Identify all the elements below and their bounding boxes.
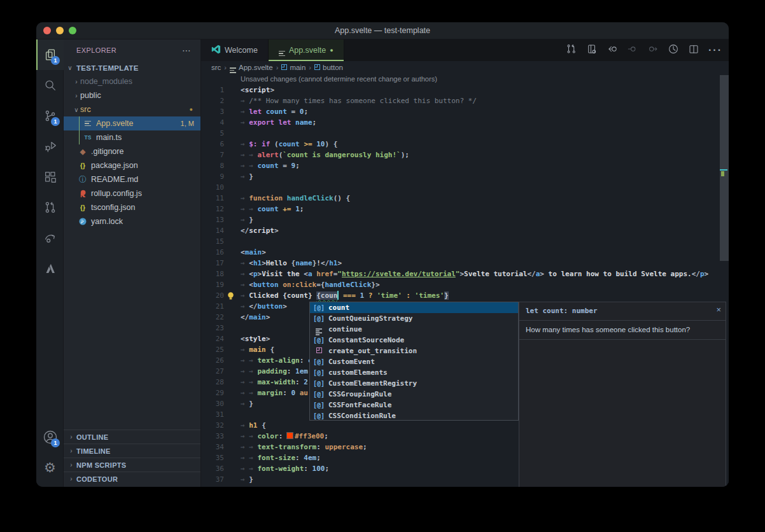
line-number: 24 bbox=[201, 333, 224, 344]
activitybar-item-source-control[interactable]: 1 bbox=[36, 101, 64, 131]
breadcrumb-item-button[interactable]: button bbox=[314, 64, 343, 71]
tree-item-README.md[interactable]: ⓘREADME.md bbox=[64, 172, 200, 186]
source-control-compare-icon[interactable] bbox=[566, 43, 577, 57]
activitybar-item-accounts[interactable]: 1 bbox=[36, 422, 64, 452]
sidebar-panel-npm-scripts[interactable]: ›NPM SCRIPTS bbox=[64, 458, 200, 472]
file-label: tsconfig.json bbox=[91, 203, 135, 212]
tree-item-tsconfig.json[interactable]: {}tsconfig.json bbox=[64, 200, 200, 214]
tree-item-.gitignore[interactable]: ◆.gitignore bbox=[64, 144, 200, 158]
activitybar-item-extensions[interactable] bbox=[36, 162, 64, 192]
code-line-10[interactable]: 10 bbox=[201, 182, 729, 193]
close-icon[interactable]: × bbox=[716, 305, 721, 314]
more-actions-icon[interactable]: ⋯ bbox=[182, 45, 192, 55]
activitybar-item-run-debug[interactable] bbox=[36, 131, 64, 162]
code-line-4[interactable]: 4→ export let name; bbox=[201, 117, 729, 128]
svelte-file-icon bbox=[279, 45, 285, 56]
breadcrumb-item-main[interactable]: main bbox=[281, 64, 305, 71]
suggest-item-create_out_transition[interactable]: create_out_transition bbox=[310, 346, 518, 356]
code-line-2[interactable]: 2→ /** How many times has someone clicke… bbox=[201, 95, 729, 106]
open-changes-icon[interactable] bbox=[586, 43, 598, 57]
breadcrumb-separator: › bbox=[276, 64, 279, 71]
suggest-label: ConstantSourceNode bbox=[328, 336, 404, 344]
symbol-icon bbox=[314, 64, 320, 71]
activitybar-item-github-pr[interactable] bbox=[36, 192, 64, 223]
extensions-icon bbox=[43, 170, 57, 184]
line-number: 2 bbox=[201, 95, 224, 106]
tree-item-public[interactable]: ›public bbox=[64, 88, 200, 102]
tree-item-yarn.lock[interactable]: yarn.lock bbox=[64, 214, 200, 228]
line-number: 19 bbox=[201, 279, 224, 290]
suggest-item-customElements[interactable]: [@]customElements bbox=[310, 367, 518, 378]
suggest-item-continue[interactable]: continue bbox=[310, 324, 518, 335]
suggest-item-CSSGroupingRule[interactable]: [@]CSSGroupingRule bbox=[310, 389, 518, 400]
editor-scrollbar[interactable] bbox=[720, 75, 729, 261]
tree-item-rollup.config.js[interactable]: rollup.config.js bbox=[64, 186, 200, 200]
suggest-widget: [@]count[@]CountQueuingStrategycontinue[… bbox=[309, 302, 519, 421]
code-text: → </button> bbox=[241, 301, 287, 312]
suggest-item-count[interactable]: [@]count bbox=[310, 302, 518, 313]
sidebar-panel-timeline[interactable]: ›TIMELINE bbox=[64, 444, 200, 458]
tab-app-svelte[interactable]: App.svelte● bbox=[269, 39, 344, 61]
code-line-17[interactable]: 17→ <h1>Hello {name}!</h1> bbox=[201, 258, 729, 269]
activitybar-item-search[interactable] bbox=[36, 70, 64, 101]
code-line-3[interactable]: 3→ let count = 0; bbox=[201, 106, 729, 117]
project-root-row[interactable]: ∨ TEST-TEMPLATE bbox=[64, 61, 200, 74]
tree-item-App.svelte[interactable]: App.svelte1, M bbox=[64, 116, 200, 130]
code-line-5[interactable]: 5 bbox=[201, 128, 729, 139]
code-line-15[interactable]: 15 bbox=[201, 236, 729, 247]
code-line-1[interactable]: 1<script> bbox=[201, 85, 729, 95]
activitybar-item-live-share[interactable] bbox=[36, 223, 64, 253]
prev-change-icon[interactable] bbox=[607, 43, 618, 57]
code-text: → → count += 1; bbox=[241, 204, 304, 214]
titlebar[interactable]: App.svelte — test-template bbox=[36, 22, 729, 39]
sidebar-panel-codetour[interactable]: ›CODETOUR bbox=[64, 472, 200, 486]
activitybar-item-explorer[interactable]: 1 bbox=[36, 39, 64, 70]
code-line-19[interactable]: 19→ <button on:click={handleClick}> bbox=[201, 279, 729, 290]
line-number: 32 bbox=[201, 420, 224, 431]
breadcrumb-item-app-svelte[interactable]: App.svelte bbox=[230, 62, 273, 73]
tree-item-package.json[interactable]: {}package.json bbox=[64, 158, 200, 172]
prev-nav-icon[interactable] bbox=[627, 43, 638, 57]
line-number: 36 bbox=[201, 463, 224, 474]
more-actions-icon[interactable]: ··· bbox=[708, 45, 722, 56]
code-line-7[interactable]: 7→ → alert(`count is dangerously high!`)… bbox=[201, 150, 729, 160]
activitybar-item-azure[interactable] bbox=[36, 253, 64, 284]
breadcrumb-label: main bbox=[290, 64, 305, 71]
git-file-icon: ◆ bbox=[78, 148, 88, 156]
suggest-item-CountQueuingStrategy[interactable]: [@]CountQueuingStrategy bbox=[310, 313, 518, 324]
code-line-16[interactable]: 16<main> bbox=[201, 247, 729, 258]
line-number: 22 bbox=[201, 312, 224, 323]
file-tree: ›node_modules›public∨src●App.svelte1, MT… bbox=[64, 74, 200, 228]
suggest-item-CSSFontFaceRule[interactable]: [@]CSSFontFaceRule bbox=[310, 400, 518, 410]
code-line-11[interactable]: 11→ function handleClick() { bbox=[201, 193, 729, 204]
split-editor-icon[interactable] bbox=[688, 43, 699, 57]
suggest-item-CSSConditionRule[interactable]: [@]CSSConditionRule bbox=[310, 410, 518, 421]
symbol-variable-icon: [@] bbox=[312, 358, 326, 365]
code-line-6[interactable]: 6→ $: if (count >= 10) { bbox=[201, 139, 729, 150]
suggest-item-ConstantSourceNode[interactable]: [@]ConstantSourceNode bbox=[310, 335, 518, 346]
code-line-8[interactable]: 8→ → count = 9; bbox=[201, 160, 729, 171]
code-line-9[interactable]: 9→ } bbox=[201, 171, 729, 182]
tab-welcome[interactable]: Welcome bbox=[201, 39, 269, 61]
debug-icon bbox=[43, 139, 57, 153]
code-line-13[interactable]: 13→ } bbox=[201, 214, 729, 225]
suggest-label: CustomEvent bbox=[328, 358, 375, 366]
suggest-item-CustomElementRegistry[interactable]: [@]CustomElementRegistry bbox=[310, 378, 518, 389]
activitybar-item-settings[interactable]: ⚙ bbox=[36, 452, 64, 483]
code-line-18[interactable]: 18→ <p>Visit the <a href="https://svelte… bbox=[201, 269, 729, 279]
code-line-12[interactable]: 12→ → count += 1; bbox=[201, 204, 729, 214]
badge: 1 bbox=[51, 56, 60, 65]
sidebar-panel-outline[interactable]: ›OUTLINE bbox=[64, 430, 200, 444]
tree-item-src[interactable]: ∨src● bbox=[64, 102, 200, 116]
tree-item-main.ts[interactable]: TSmain.ts bbox=[64, 130, 200, 144]
file-label: .gitignore bbox=[91, 147, 123, 156]
editor-pane[interactable]: Unsaved changes (cannot determine recent… bbox=[201, 74, 729, 487]
tree-item-node_modules[interactable]: ›node_modules bbox=[64, 74, 200, 88]
suggest-item-CustomEvent[interactable]: [@]CustomEvent bbox=[310, 356, 518, 367]
next-nav-icon[interactable] bbox=[647, 43, 659, 57]
line-number: 33 bbox=[201, 431, 224, 442]
code-line-14[interactable]: 14</script> bbox=[201, 225, 729, 236]
breadcrumb-item-src[interactable]: src bbox=[211, 64, 221, 71]
code-line-20[interactable]: 20→ Clicked {count} {coun === 1 ? 'time'… bbox=[201, 290, 729, 301]
run-file-icon[interactable] bbox=[668, 43, 679, 57]
